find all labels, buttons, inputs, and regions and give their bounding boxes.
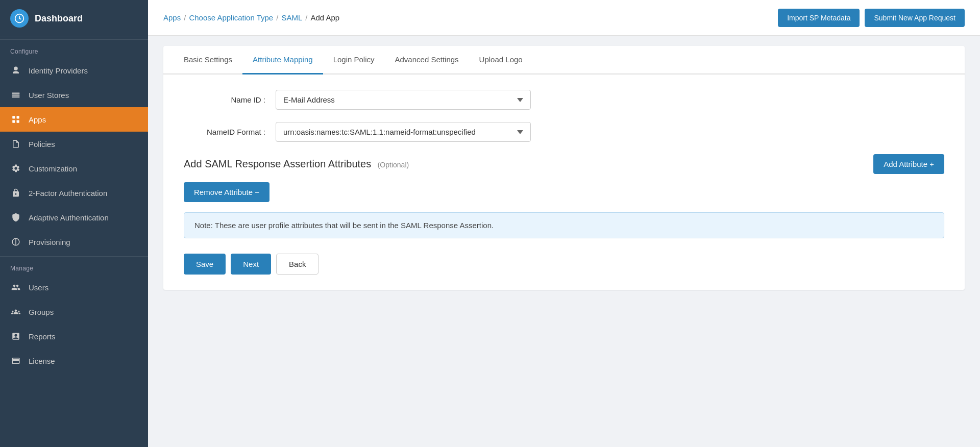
- back-button[interactable]: Back: [276, 254, 318, 275]
- sidebar-item-users[interactable]: Users: [0, 275, 148, 300]
- topbar: Apps / Choose Application Type / SAML / …: [148, 0, 980, 36]
- saml-optional-label: (Optional): [378, 161, 409, 169]
- topbar-actions: Import SP Metadata Submit New App Reques…: [778, 9, 965, 27]
- sidebar-item-policies[interactable]: Policies: [0, 132, 148, 156]
- sidebar-item-label: Groups: [29, 308, 54, 316]
- note-box: Note: These are user profile attributes …: [184, 212, 944, 238]
- users-icon: [10, 282, 21, 293]
- add-attribute-button[interactable]: Add Attribute +: [873, 154, 944, 174]
- sidebar-item-label: Adaptive Authentication: [29, 213, 109, 222]
- svg-rect-6: [12, 120, 15, 123]
- apps-icon: [10, 114, 21, 125]
- sidebar-item-identity-providers[interactable]: Identity Providers: [0, 58, 148, 83]
- saml-title: Add SAML Response Assertion Attributes: [184, 158, 371, 169]
- name-id-row: Name ID : E-Mail Address Username User I…: [184, 90, 944, 110]
- sidebar-item-license[interactable]: License: [0, 349, 148, 373]
- nameid-format-select[interactable]: urn:oasis:names:tc:SAML:1.1:nameid-forma…: [276, 122, 531, 142]
- sidebar-item-label: Provisioning: [29, 238, 70, 246]
- customization-icon: [10, 163, 21, 174]
- provisioning-icon: [10, 236, 21, 247]
- license-icon: [10, 355, 21, 366]
- tabs: Basic Settings Attribute Mapping Login P…: [163, 46, 965, 74]
- sidebar-item-2fa[interactable]: 2-Factor Authentication: [0, 181, 148, 205]
- remove-attribute-button[interactable]: Remove Attribute −: [184, 182, 270, 202]
- breadcrumb-choose-type[interactable]: Choose Application Type: [189, 13, 273, 22]
- saml-section: Add SAML Response Assertion Attributes (…: [184, 154, 944, 202]
- tab-login-policy[interactable]: Login Policy: [323, 46, 385, 74]
- content-area: Basic Settings Attribute Mapping Login P…: [148, 36, 980, 447]
- sidebar-item-groups[interactable]: Groups: [0, 300, 148, 324]
- submit-new-app-request-button[interactable]: Submit New App Request: [865, 9, 965, 27]
- bottom-actions: Save Next Back: [184, 254, 944, 275]
- sidebar-title: Dashboard: [35, 13, 83, 24]
- save-button[interactable]: Save: [184, 254, 226, 275]
- svg-rect-5: [17, 116, 19, 118]
- reports-icon: [10, 331, 21, 342]
- saml-header: Add SAML Response Assertion Attributes (…: [184, 154, 944, 174]
- breadcrumb-saml[interactable]: SAML: [281, 13, 302, 22]
- sidebar-item-provisioning[interactable]: Provisioning: [0, 230, 148, 254]
- sidebar-item-customization[interactable]: Customization: [0, 156, 148, 181]
- breadcrumb-current: Add App: [310, 13, 339, 22]
- saml-title-container: Add SAML Response Assertion Attributes (…: [184, 158, 409, 170]
- manage-section-label: Manage: [0, 256, 148, 275]
- note-text: Note: These are user profile attributes …: [194, 221, 494, 230]
- sidebar-item-label: Policies: [29, 140, 55, 148]
- sidebar-item-reports[interactable]: Reports: [0, 324, 148, 349]
- content-card: Basic Settings Attribute Mapping Login P…: [163, 46, 965, 290]
- form-area: Name ID : E-Mail Address Username User I…: [163, 74, 965, 290]
- sidebar-item-label: Apps: [29, 115, 46, 124]
- sidebar-logo: [10, 9, 29, 28]
- svg-rect-4: [12, 116, 15, 118]
- sidebar-item-label: Customization: [29, 164, 77, 173]
- groups-icon: [10, 306, 21, 317]
- 2fa-icon: [10, 187, 21, 198]
- breadcrumb-sep-2: /: [276, 13, 278, 22]
- tab-attribute-mapping[interactable]: Attribute Mapping: [242, 46, 323, 74]
- name-id-select[interactable]: E-Mail Address Username User ID: [276, 90, 531, 110]
- svg-rect-3: [12, 96, 20, 97]
- sidebar-item-label: Reports: [29, 332, 56, 341]
- policies-icon: [10, 138, 21, 150]
- identity-icon: [10, 65, 21, 76]
- sidebar-item-label: Users: [29, 283, 48, 292]
- tab-basic-settings[interactable]: Basic Settings: [174, 46, 242, 74]
- tab-advanced-settings[interactable]: Advanced Settings: [385, 46, 469, 74]
- logo-icon: [14, 13, 24, 23]
- sidebar-item-user-stores[interactable]: User Stores: [0, 83, 148, 107]
- sidebar-header: Dashboard: [0, 0, 148, 37]
- nameid-format-row: NameID Format : urn:oasis:names:tc:SAML:…: [184, 122, 944, 142]
- sidebar: Dashboard Configure Identity Providers U…: [0, 0, 148, 447]
- user-stores-icon: [10, 89, 21, 101]
- breadcrumb-sep-1: /: [184, 13, 186, 22]
- sidebar-item-label: Identity Providers: [29, 66, 88, 75]
- adaptive-icon: [10, 212, 21, 223]
- main-content: Apps / Choose Application Type / SAML / …: [148, 0, 980, 447]
- configure-section-label: Configure: [0, 39, 148, 58]
- name-id-label: Name ID :: [184, 95, 265, 104]
- next-button[interactable]: Next: [231, 254, 271, 275]
- nameid-format-label: NameID Format :: [184, 128, 265, 136]
- sidebar-item-label: License: [29, 357, 55, 365]
- sidebar-item-adaptive-auth[interactable]: Adaptive Authentication: [0, 205, 148, 230]
- svg-rect-7: [17, 120, 19, 123]
- sidebar-item-label: 2-Factor Authentication: [29, 189, 107, 197]
- sidebar-item-apps[interactable]: Apps: [0, 107, 148, 132]
- import-sp-metadata-button[interactable]: Import SP Metadata: [778, 9, 860, 27]
- breadcrumb-apps[interactable]: Apps: [163, 13, 181, 22]
- svg-rect-1: [12, 93, 20, 94]
- sidebar-item-label: User Stores: [29, 91, 69, 100]
- breadcrumb-sep-3: /: [305, 13, 307, 22]
- svg-rect-2: [12, 94, 20, 95]
- breadcrumb: Apps / Choose Application Type / SAML / …: [163, 13, 339, 22]
- tab-upload-logo[interactable]: Upload Logo: [469, 46, 533, 74]
